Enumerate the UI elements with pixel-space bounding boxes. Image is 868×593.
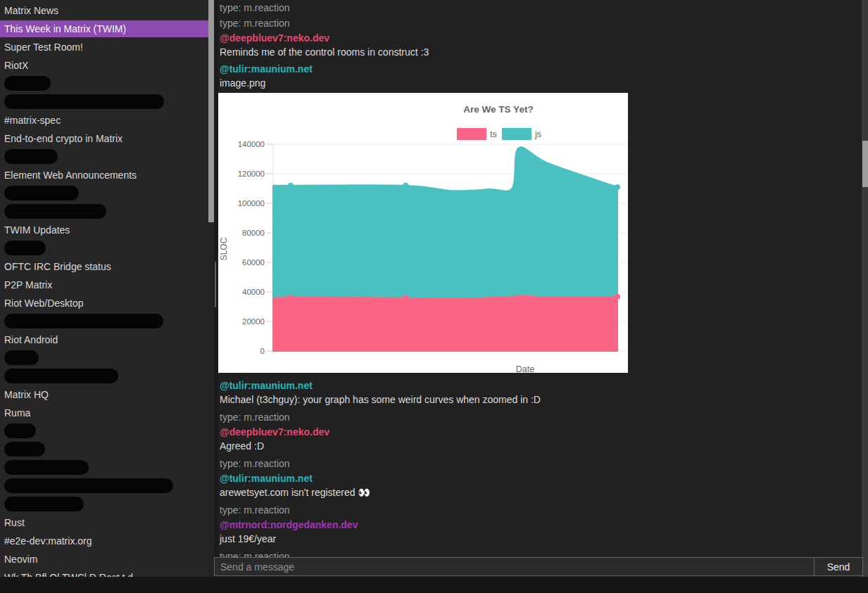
sidebar-scrollbar-track[interactable]	[208, 0, 214, 577]
message-sender: @tulir:maunium.net	[218, 471, 862, 485]
svg-text:20000: 20000	[242, 317, 265, 326]
svg-text:Date: Date	[516, 364, 534, 373]
message-body: Agreed :D	[218, 439, 862, 453]
sidebar-item[interactable]: Riot Web/Desktop	[0, 294, 208, 312]
timeline-scrollbar-track[interactable]	[862, 0, 868, 593]
message-sender: @deepbluev7:neko.dev	[218, 31, 862, 45]
redacted-room-name	[4, 314, 163, 329]
svg-text:SLOC: SLOC	[219, 237, 229, 260]
sidebar-item[interactable]: RiotX	[0, 56, 208, 75]
redacted-room-name	[4, 350, 39, 365]
sidebar-item[interactable]: TWIM Updates	[0, 221, 208, 239]
sidebar-scrollbar-thumb[interactable]	[208, 0, 214, 222]
sidebar-item-redacted[interactable]	[0, 422, 208, 440]
sidebar-item-redacted[interactable]	[0, 184, 208, 203]
svg-text:80000: 80000	[242, 229, 265, 237]
message-sender: @mtrnord:nordgedanken.dev	[218, 518, 862, 532]
svg-text:140000: 140000	[238, 140, 265, 148]
sidebar-item-redacted[interactable]	[0, 75, 208, 93]
panel-resize-handle[interactable]	[215, 262, 216, 307]
sidebar-item-redacted[interactable]	[0, 495, 208, 514]
event-meta: type: m.reaction	[218, 502, 862, 518]
redacted-room-name	[4, 369, 118, 383]
redacted-room-name	[4, 204, 106, 219]
redacted-room-name	[4, 76, 51, 91]
sidebar-item-redacted[interactable]	[0, 312, 208, 331]
matrix-client-window: Matrix NewsThis Week in Matrix (TWIM)Sup…	[0, 0, 868, 593]
room-list: Matrix NewsThis Week in Matrix (TWIM)Sup…	[0, 0, 208, 577]
event-meta: type: m.reaction	[218, 15, 862, 31]
sidebar-item[interactable]: #matrix-spec	[0, 111, 208, 129]
sidebar-item-redacted[interactable]	[0, 477, 208, 495]
redacted-room-name	[4, 423, 36, 438]
message: @deepbluev7:neko.devAgreed :D	[218, 425, 862, 453]
message-body: image.png	[218, 76, 862, 90]
sidebar-item-clipped[interactable]: Wk Tb Bfl Ol TWCl D Rest t d	[0, 568, 208, 577]
event-meta: type: m.reaction	[218, 456, 862, 471]
redacted-room-name	[4, 478, 173, 493]
sidebar-item[interactable]: P2P Matrix	[0, 276, 208, 294]
svg-text:ts: ts	[490, 129, 497, 139]
event-meta: type: m.reaction	[218, 409, 862, 425]
message: @tulir:maunium.netimage.png 020000400006…	[218, 62, 862, 373]
message-body: arewetsyet.com isn't registered 👀	[218, 485, 862, 499]
message-body: Michael (t3chguy): your graph has some w…	[218, 393, 862, 407]
redacted-room-name	[4, 497, 84, 511]
sidebar-item[interactable]: OFTC IRC Bridge status	[0, 257, 208, 276]
message-body: just 19€/year	[218, 532, 862, 546]
redacted-room-name	[4, 186, 79, 200]
sidebar-item[interactable]: Matrix HQ	[0, 385, 208, 404]
svg-text:120000: 120000	[238, 170, 265, 178]
svg-text:40000: 40000	[242, 288, 265, 296]
sidebar-item-redacted[interactable]	[0, 148, 208, 166]
svg-text:0: 0	[260, 347, 265, 355]
redacted-room-name	[4, 149, 58, 164]
sidebar-item-redacted[interactable]	[0, 239, 208, 257]
message: @tulir:maunium.netarewetsyet.com isn't r…	[218, 471, 862, 499]
sidebar-item[interactable]: Ruma	[0, 404, 208, 422]
sidebar-item[interactable]: End-to-end crypto in Matrix	[0, 129, 208, 148]
message: @deepbluev7:neko.devReminds me of the co…	[218, 31, 862, 59]
message-body: Reminds me of the control rooms in const…	[218, 45, 862, 59]
sidebar-item-redacted[interactable]	[0, 349, 208, 367]
event-meta: type: m.reaction	[218, 0, 862, 15]
svg-text:js: js	[534, 129, 541, 139]
message-sender: @deepbluev7:neko.dev	[218, 425, 862, 439]
message-list: type: m.reactiontype: m.reaction@deepblu…	[218, 0, 862, 577]
sidebar-item[interactable]: Element Web Announcements	[0, 166, 208, 184]
sidebar-item[interactable]: Rust	[0, 514, 208, 532]
message-input[interactable]	[215, 558, 814, 575]
message: @tulir:maunium.netMichael (t3chguy): you…	[218, 378, 862, 407]
sidebar-item[interactable]: Matrix News	[0, 1, 208, 20]
sidebar-item[interactable]: Riot Android	[0, 331, 208, 349]
redacted-room-name	[4, 94, 164, 109]
sidebar-item[interactable]: #e2e-dev:matrix.org	[0, 532, 208, 550]
sidebar-item[interactable]: Super Test Room!	[0, 38, 208, 56]
composer: Send	[214, 557, 863, 576]
send-button[interactable]: Send	[814, 558, 862, 575]
message-sender: @tulir:maunium.net	[218, 378, 862, 393]
svg-text:60000: 60000	[242, 258, 265, 267]
svg-text:Are We TS Yet?: Are We TS Yet?	[463, 104, 533, 115]
sidebar-item[interactable]: Neovim	[0, 550, 208, 568]
message: @mtrnord:nordgedanken.devjust 19€/year	[218, 518, 862, 546]
svg-text:100000: 100000	[238, 199, 265, 208]
sidebar-item-redacted[interactable]	[0, 440, 208, 459]
sidebar-item-redacted[interactable]	[0, 93, 208, 111]
window-bottom-edge	[0, 577, 868, 593]
redacted-room-name	[4, 442, 45, 457]
sidebar-item-redacted[interactable]	[0, 367, 208, 385]
chart-image[interactable]: 020000400006000080000100000120000140000A…	[218, 93, 628, 373]
sidebar-item-redacted[interactable]	[0, 203, 208, 221]
sidebar-item[interactable]: This Week in Matrix (TWIM)	[0, 20, 208, 37]
redacted-room-name	[4, 460, 89, 475]
message-sender: @tulir:maunium.net	[218, 62, 862, 76]
redacted-room-name	[4, 241, 46, 255]
sidebar-item-redacted[interactable]	[0, 459, 208, 477]
timeline-scrollbar-thumb[interactable]	[862, 141, 868, 187]
